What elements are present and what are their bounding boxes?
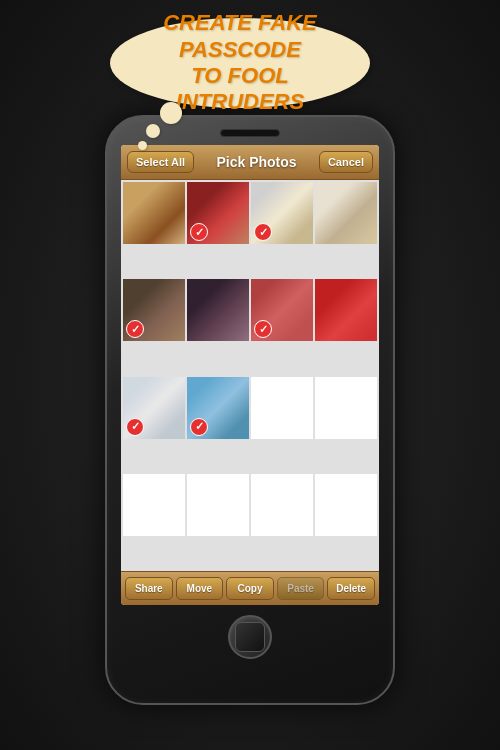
select-all-button[interactable]: Select All: [127, 151, 194, 173]
photo-checkmark-3: [254, 223, 272, 241]
photo-cell-empty-3: [123, 474, 185, 536]
move-button[interactable]: Move: [176, 577, 224, 600]
thought-bubble-text: CREATE FAKE PASSCODE TO FOOL INTRUDERS: [130, 10, 350, 116]
photo-cell-empty-4: [187, 474, 249, 536]
action-bar: Share Move Copy Paste Delete: [121, 571, 379, 605]
photo-cell-9[interactable]: [123, 377, 185, 439]
phone-frame: Select All Pick Photos Cancel: [105, 115, 395, 705]
toolbar: Select All Pick Photos Cancel: [121, 145, 379, 180]
photo-cell-7[interactable]: [251, 279, 313, 341]
home-button[interactable]: [228, 615, 272, 659]
photo-cell-6[interactable]: [187, 279, 249, 341]
thought-bubble-body: CREATE FAKE PASSCODE TO FOOL INTRUDERS: [110, 18, 370, 108]
phone-speaker: [220, 129, 280, 137]
thought-bubble-circle-1: [160, 102, 182, 124]
photo-cell-empty-1: [251, 377, 313, 439]
photo-cell-empty-6: [315, 474, 377, 536]
home-button-inner: [235, 622, 265, 652]
photo-cell-8[interactable]: [315, 279, 377, 341]
photo-cell-empty-2: [315, 377, 377, 439]
share-button[interactable]: Share: [125, 577, 173, 600]
delete-button[interactable]: Delete: [327, 577, 375, 600]
cancel-button[interactable]: Cancel: [319, 151, 373, 173]
photo-cell-4[interactable]: [315, 182, 377, 244]
thought-bubble-circle-3: [138, 141, 147, 150]
photo-cell-10[interactable]: [187, 377, 249, 439]
photo-checkmark-2: [190, 223, 208, 241]
toolbar-title: Pick Photos: [198, 154, 315, 170]
photo-checkmark-7: [254, 320, 272, 338]
paste-button[interactable]: Paste: [277, 577, 325, 600]
photo-cell-5[interactable]: [123, 279, 185, 341]
thought-bubble-circle-2: [146, 124, 160, 138]
photo-cell-2[interactable]: [187, 182, 249, 244]
photo-cell-1[interactable]: [123, 182, 185, 244]
copy-button[interactable]: Copy: [226, 577, 274, 600]
photo-cell-3[interactable]: [251, 182, 313, 244]
photo-checkmark-9: [126, 418, 144, 436]
photo-checkmark-10: [190, 418, 208, 436]
photo-cell-empty-5: [251, 474, 313, 536]
phone-screen: Select All Pick Photos Cancel: [121, 145, 379, 605]
photo-checkmark-5: [126, 320, 144, 338]
photo-grid: [121, 180, 379, 571]
thought-bubble: CREATE FAKE PASSCODE TO FOOL INTRUDERS: [110, 18, 390, 108]
